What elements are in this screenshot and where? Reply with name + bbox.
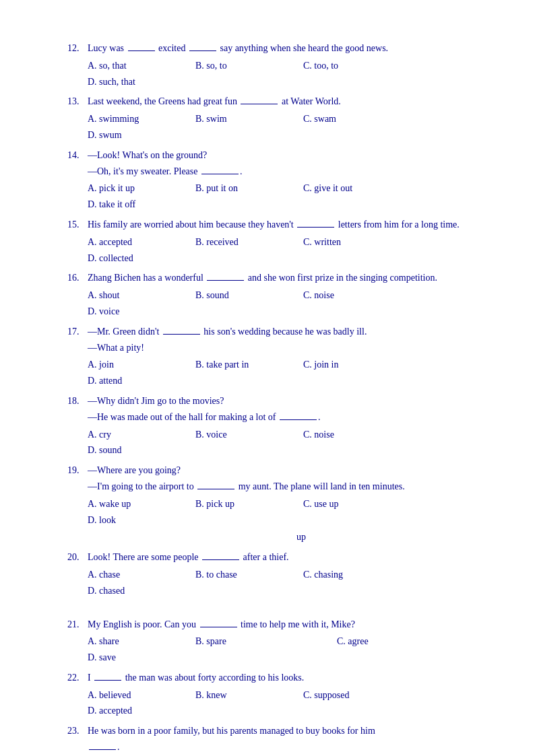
option-16-d: D. voice xyxy=(88,304,189,320)
option-22-a: A. believed xyxy=(88,687,189,703)
option-15-a: A. accepted xyxy=(88,234,189,250)
blank-22-1 xyxy=(94,680,121,681)
question-17: 17. —Mr. Green didn't his son's wedding … xyxy=(67,324,481,389)
blank-14-1 xyxy=(201,174,239,174)
question-20: 20. Look! There are some people after a … xyxy=(67,549,481,598)
blank-18-1 xyxy=(280,419,317,420)
options-19-cont: up xyxy=(88,529,481,545)
q-num-17: 17. xyxy=(67,324,88,340)
option-19-a: A. wake up xyxy=(88,496,189,512)
q-text-13: Last weekend, the Greens had great fun a… xyxy=(88,94,481,110)
option-20-c: C. chasing xyxy=(303,567,404,583)
options-19: A. wake up B. pick up C. use up D. look xyxy=(88,496,481,528)
q-text-18-1: —Why didn't Jim go to the movies? xyxy=(88,393,481,409)
blank-12-2 xyxy=(189,50,216,51)
q-text-14-1: —Look! What's on the ground? xyxy=(88,147,481,164)
blank-21-1 xyxy=(200,627,237,627)
q-text-22: I the man was about forty according to h… xyxy=(88,670,481,686)
option-16-c: C. noise xyxy=(303,287,404,304)
option-21-c: C. agree xyxy=(337,633,472,650)
options-18: A. cry B. voice C. noise D. sound xyxy=(88,427,481,459)
option-21-d: D. save xyxy=(88,650,189,666)
blank-23-1 xyxy=(89,749,116,750)
question-14: 14. —Look! What's on the ground? —Oh, it… xyxy=(67,147,481,213)
blank-20-1 xyxy=(202,559,239,560)
q-num-21: 21. xyxy=(67,617,88,633)
q-text-21: My English is poor. Can you time to help… xyxy=(88,617,481,633)
option-13-c: C. swam xyxy=(303,111,404,127)
option-17-d: D. attend xyxy=(88,373,189,389)
q-num-13: 13. xyxy=(67,94,88,110)
q-num-12: 12. xyxy=(67,40,88,57)
option-20-b: B. to chase xyxy=(195,567,296,583)
option-15-c: C. written xyxy=(303,234,404,250)
option-15-d: D. collected xyxy=(88,250,189,267)
option-21-b: B. spare xyxy=(195,633,330,650)
option-13-d: D. swum xyxy=(88,127,189,143)
option-19-b: B. pick up xyxy=(195,496,296,512)
blank-15-1 xyxy=(297,227,334,228)
q-text-23: He was born in a poor family, but his pa… xyxy=(88,723,481,739)
q-num-16: 16. xyxy=(67,270,88,286)
question-15: 15. His family are worried about him bec… xyxy=(67,217,481,266)
q-text-23-cont: . xyxy=(88,739,481,755)
option-12-a: A. so, that xyxy=(88,58,189,74)
option-18-d: D. sound xyxy=(88,442,189,458)
question-13: 13. Last weekend, the Greens had great f… xyxy=(67,94,481,143)
options-20: A. chase B. to chase C. chasing D. chase… xyxy=(88,567,481,599)
options-14: A. pick it up B. put it on C. give it ou… xyxy=(88,180,481,213)
option-22-b: B. knew xyxy=(195,687,296,703)
q-text-19-1: —Where are you going? xyxy=(88,462,481,479)
option-17-c: C. join in xyxy=(303,357,404,373)
option-17-b: B. take part in xyxy=(195,357,296,373)
options-15: A. accepted B. received C. written D. co… xyxy=(88,234,481,267)
question-12: 12. Lucy was excited say anything when s… xyxy=(67,40,481,90)
q-text-19-2: —I'm going to the airport to my aunt. Th… xyxy=(88,479,481,495)
q-text-15: His family are worried about him because… xyxy=(88,217,481,233)
question-21: 21. My English is poor. Can you time to … xyxy=(67,617,481,666)
q-text-16: Zhang Bichen has a wonderful and she won… xyxy=(88,270,481,286)
option-14-d: D. take it off xyxy=(88,197,189,213)
option-19-d-cont: up xyxy=(296,529,306,545)
question-16: 16. Zhang Bichen has a wonderful and she… xyxy=(67,270,481,319)
q-text-17-1: —Mr. Green didn't his son's wedding beca… xyxy=(88,324,481,340)
option-16-a: A. shout xyxy=(88,287,189,304)
question-23: 23. He was born in a poor family, but hi… xyxy=(67,723,481,755)
option-19-d: D. look xyxy=(88,512,189,528)
option-21-a: A. share xyxy=(88,633,189,650)
question-18: 18. —Why didn't Jim go to the movies? —H… xyxy=(67,393,481,458)
q-text-17-2: —What a pity! xyxy=(88,340,481,356)
option-20-d: D. chased xyxy=(88,583,189,599)
question-19: 19. —Where are you going? —I'm going to … xyxy=(67,462,481,545)
option-15-b: B. received xyxy=(195,234,296,250)
q-num-20: 20. xyxy=(67,549,88,565)
q-num-19: 19. xyxy=(67,462,88,479)
q-num-22: 22. xyxy=(67,670,88,686)
blank-16-1 xyxy=(207,280,244,281)
blank-12-1 xyxy=(128,50,155,51)
option-18-b: B. voice xyxy=(195,427,296,443)
option-22-c: C. supposed xyxy=(303,687,404,703)
option-14-a: A. pick it up xyxy=(88,180,189,197)
option-19-c: C. use up xyxy=(303,496,404,512)
q-num-14: 14. xyxy=(67,147,88,164)
q-num-15: 15. xyxy=(67,217,88,233)
q-num-23: 23. xyxy=(67,723,88,739)
option-12-d: D. such, that xyxy=(88,74,189,90)
blank-13-1 xyxy=(241,104,278,104)
option-18-a: A. cry xyxy=(88,427,189,443)
option-22-d: D. accepted xyxy=(88,703,189,719)
section-divider xyxy=(67,603,481,617)
blank-17-1 xyxy=(163,334,200,335)
options-16: A. shout B. sound C. noise D. voice xyxy=(88,287,481,320)
option-20-a: A. chase xyxy=(88,567,189,583)
option-17-a: A. join xyxy=(88,357,189,373)
option-18-c: C. noise xyxy=(303,427,404,443)
option-13-b: B. swim xyxy=(195,111,296,127)
option-12-c: C. too, to xyxy=(303,58,404,74)
options-22: A. believed B. knew C. supposed D. accep… xyxy=(88,687,481,720)
question-22: 22. I the man was about forty according … xyxy=(67,670,481,719)
blank-19-1 xyxy=(197,489,234,489)
options-21: A. share B. spare C. agree D. save xyxy=(88,633,481,666)
q-text-18-2: —He was made out of the hall for making … xyxy=(88,409,481,425)
